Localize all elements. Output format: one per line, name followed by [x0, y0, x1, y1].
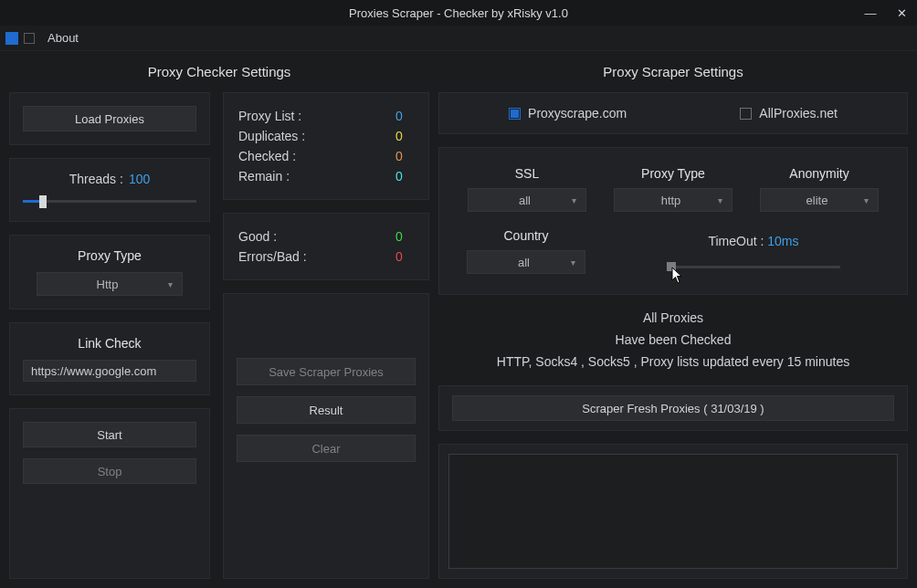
info-line-1: All Proxies	[438, 308, 908, 330]
proxy-checker-panel: Proxy Checker Settings Load Proxies Thre…	[9, 64, 429, 579]
output-card	[438, 444, 908, 579]
minimize-button[interactable]: —	[855, 0, 886, 26]
stat-bad-label: Errors/Bad :	[238, 249, 330, 264]
stat-checked-value: 0	[395, 149, 414, 163]
anonymity-select[interactable]: elite ▾	[760, 188, 879, 212]
ssl-select[interactable]: all ▾	[468, 188, 586, 212]
timeout-slider[interactable]	[667, 259, 840, 274]
stat-good-label: Good :	[238, 229, 330, 244]
titlebar: Proxies Scraper - Checker by xRisky v1.0…	[0, 0, 917, 26]
ssl-label: SSL	[515, 166, 539, 181]
clear-button[interactable]: Clear	[237, 435, 416, 462]
stat-checked-label: Checked :	[238, 149, 330, 163]
proxy-type-value: Http	[97, 278, 119, 291]
link-check-input[interactable]	[23, 360, 196, 382]
proxy-type-select[interactable]: Http ▾	[37, 272, 183, 296]
info-line-2: Have been Checked	[438, 330, 908, 352]
checkbox-checked-icon	[509, 108, 521, 120]
menu-about[interactable]: About	[42, 29, 84, 47]
anonymity-value: elite	[806, 194, 828, 207]
stat-proxylist-label: Proxy List :	[238, 109, 330, 123]
menubar: About	[0, 26, 917, 51]
threads-card: Threads : 100	[9, 158, 210, 222]
chevron-down-icon: ▾	[718, 195, 722, 205]
source-allproxies-checkbox[interactable]: AllProxies.net	[740, 106, 838, 121]
stat-proxylist-value: 0	[395, 109, 414, 123]
save-scraper-button[interactable]: Save Scraper Proxies	[237, 358, 416, 385]
app-icon	[5, 32, 18, 45]
stop-button[interactable]: Stop	[23, 458, 196, 484]
stat-bad-value: 0	[395, 249, 414, 264]
scraper-proxy-type-value: http	[661, 194, 681, 207]
load-proxies-card: Load Proxies	[9, 92, 210, 145]
actions-card: Save Scraper Proxies Result Clear	[223, 293, 429, 579]
link-check-card: Link Check	[9, 322, 210, 395]
window-controls: — ✕	[855, 0, 917, 26]
checker-title: Proxy Checker Settings	[9, 64, 429, 79]
menu-square-icon	[24, 33, 35, 44]
scraper-options-card: SSL all ▾ Proxy Type http ▾	[438, 147, 908, 295]
stat-duplicates-value: 0	[395, 129, 414, 143]
load-proxies-button[interactable]: Load Proxies	[23, 106, 196, 131]
start-button[interactable]: Start	[23, 422, 196, 447]
country-select[interactable]: all ▾	[467, 250, 585, 274]
link-check-label: Link Check	[23, 336, 196, 351]
stat-good-value: 0	[395, 229, 414, 244]
main-content: Proxy Checker Settings Load Proxies Thre…	[0, 51, 917, 588]
info-line-3: HTTP, Socks4 , Socks5 , Proxy lists upda…	[438, 352, 908, 373]
source-allproxies-label: AllProxies.net	[759, 106, 838, 121]
info-block: All Proxies Have been Checked HTTP, Sock…	[438, 308, 908, 373]
sources-card: Proxyscrape.com AllProxies.net	[438, 92, 908, 134]
timeout-label: TimeOut :	[708, 234, 764, 248]
window-title: Proxies Scraper - Checker by xRisky v1.0	[349, 6, 568, 20]
close-button[interactable]: ✕	[886, 0, 917, 26]
chevron-down-icon: ▾	[571, 257, 575, 268]
anonymity-label: Anonymity	[789, 166, 848, 181]
source-proxyscrape-label: Proxyscrape.com	[528, 106, 627, 121]
stat-remain-label: Remain :	[238, 169, 330, 184]
proxy-type-label: Proxy Type	[23, 248, 196, 263]
scraper-title: Proxy Scraper Settings	[438, 64, 908, 79]
stats-card-1: Proxy List :0 Duplicates :0 Checked :0 R…	[223, 92, 429, 200]
timeout-value: 10ms	[767, 234, 798, 248]
threads-value: 100	[129, 172, 150, 186]
source-proxyscrape-checkbox[interactable]: Proxyscrape.com	[509, 106, 627, 121]
threads-label: Threads :	[69, 172, 123, 186]
run-card: Start Stop	[9, 408, 210, 579]
result-button[interactable]: Result	[237, 396, 416, 424]
scraper-proxy-type-select[interactable]: http ▾	[614, 188, 733, 212]
output-area[interactable]	[448, 454, 898, 569]
stat-duplicates-label: Duplicates :	[238, 129, 330, 143]
ssl-value: all	[519, 194, 531, 207]
proxy-scraper-panel: Proxy Scraper Settings Proxyscrape.com A…	[438, 64, 908, 579]
scrape-button[interactable]: Scraper Fresh Proxies ( 31/03/19 )	[452, 395, 894, 421]
threads-slider[interactable]	[23, 194, 196, 208]
chevron-down-icon: ▾	[168, 279, 173, 289]
stats-card-2: Good :0 Errors/Bad :0	[223, 213, 429, 280]
country-value: all	[518, 256, 530, 269]
chevron-down-icon: ▾	[572, 195, 576, 205]
scrape-card: Scraper Fresh Proxies ( 31/03/19 )	[438, 385, 908, 431]
checkbox-unchecked-icon	[740, 108, 752, 120]
proxy-type-card: Proxy Type Http ▾	[9, 235, 210, 310]
chevron-down-icon: ▾	[864, 195, 869, 205]
scraper-proxy-type-label: Proxy Type	[641, 166, 705, 181]
stat-remain-value: 0	[395, 169, 414, 184]
country-label: Country	[503, 228, 548, 243]
